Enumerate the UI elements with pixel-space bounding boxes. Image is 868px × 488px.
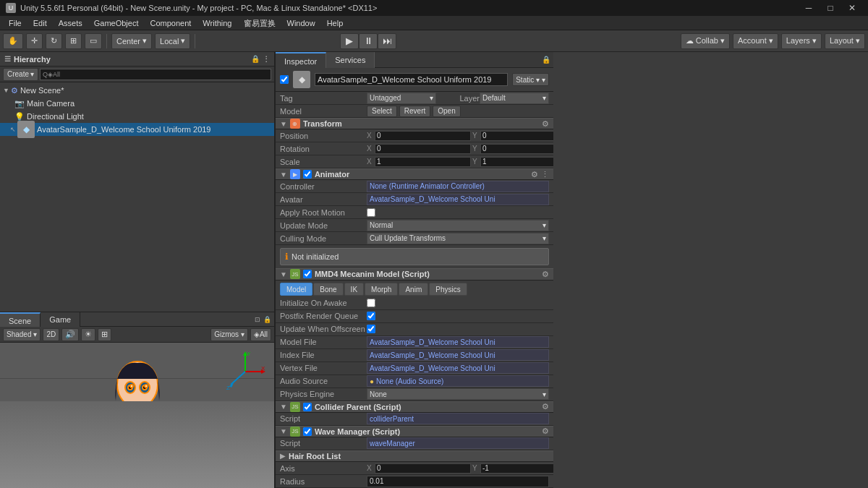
hair-component-header[interactable]: ▶ Hair Root List (276, 450, 553, 462)
apply-root-motion-checkbox[interactable] (367, 208, 375, 217)
animator-active-checkbox[interactable] (303, 170, 312, 179)
index-file-value[interactable]: AvatarSample_D_Welcome School Uni (367, 349, 549, 361)
hierarchy-search[interactable]: Q◈All (40, 69, 271, 80)
mmd4-component-header[interactable]: ▼ JS MMD4 Mecanim Model (Script) ⚙ (276, 268, 553, 280)
collider-active-checkbox[interactable] (303, 403, 312, 411)
mmd-tab-physics[interactable]: Physics (429, 283, 467, 296)
menu-window[interactable]: Window (281, 16, 321, 30)
gizmos-dropdown[interactable]: Gizmos ▾ (210, 328, 248, 341)
mmd-tab-bone[interactable]: Bone (313, 283, 343, 296)
hierarchy-item-avatar[interactable]: ↖ ◆ AvatarSample_D_Welcome School Unifor… (0, 123, 274, 136)
collab-dropdown[interactable]: ☁ Collab ▾ (681, 33, 730, 49)
play-button[interactable]: ▶ (340, 33, 359, 49)
mmd-tab-anim[interactable]: Anim (399, 283, 428, 296)
wave-active-checkbox[interactable] (303, 427, 312, 436)
scale-tool-button[interactable]: ⊞ (65, 33, 82, 49)
object-name-input[interactable] (315, 73, 508, 86)
select-button[interactable]: Select (367, 106, 397, 117)
inspector-tab-inspector[interactable]: Inspector (276, 52, 326, 68)
menu-edit[interactable]: Edit (27, 16, 53, 30)
create-button[interactable]: Create ▾ (3, 68, 38, 81)
model-file-value[interactable]: AvatarSample_D_Welcome School Uni (367, 336, 549, 348)
hierarchy-item-newscene[interactable]: ▼ ⚙ New Scene* (0, 84, 274, 97)
scene-view-options[interactable]: ⊞ (98, 328, 111, 341)
hierarchy-item-light[interactable]: 💡 Directional Light (0, 110, 274, 123)
update-mode-dropdown[interactable]: Normal▾ (367, 220, 549, 231)
hand-tool-button[interactable]: ✋ (3, 33, 23, 49)
pause-button[interactable]: ⏸ (359, 33, 378, 49)
step-button[interactable]: ⏭ (378, 33, 396, 49)
collider-script-value[interactable]: colliderParent (367, 413, 549, 424)
hierarchy-menu-icon[interactable]: ⋮ (263, 55, 270, 63)
collider-gear-icon[interactable]: ⚙ (542, 402, 549, 411)
collider-component-header[interactable]: ▼ JS Collider Parent (Script) ⚙ (276, 401, 553, 413)
wave-gear-icon[interactable]: ⚙ (542, 427, 549, 436)
audio-button[interactable]: 🔊 (61, 328, 79, 341)
rotate-tool-button[interactable]: ↻ (46, 33, 62, 49)
culling-mode-dropdown[interactable]: Cull Update Transforms▾ (367, 233, 549, 244)
rotation-x-input[interactable] (375, 144, 471, 154)
mmd-tab-model[interactable]: Model (280, 283, 312, 296)
vertex-file-value[interactable]: AvatarSample_D_Welcome School Uni (367, 362, 549, 374)
axis-x-input[interactable]: 0 (375, 463, 471, 474)
local-dropdown[interactable]: Local ▾ (155, 33, 190, 49)
animator-component-header[interactable]: ▼ ▶ Animator ⚙ ⋮ (276, 168, 553, 180)
wave-component-header[interactable]: ▼ JS Wave Manager (Script) ⚙ (276, 426, 553, 437)
tag-dropdown[interactable]: Untagged▾ (367, 93, 436, 104)
object-active-checkbox[interactable] (280, 75, 289, 84)
scene-tab[interactable]: Scene (0, 312, 41, 327)
layer-dropdown[interactable]: Default▾ (480, 93, 549, 104)
move-tool-button[interactable]: ✛ (26, 33, 43, 49)
mmd-tab-ik[interactable]: IK (344, 283, 364, 296)
init-on-awake-checkbox[interactable] (367, 299, 375, 307)
scale-x-input[interactable] (375, 157, 471, 167)
menu-chinese[interactable]: 窗易置换 (238, 16, 281, 30)
2d-toggle[interactable]: 2D (43, 328, 59, 341)
layout-dropdown[interactable]: Layout ▾ (825, 33, 865, 49)
wave-script-value[interactable]: waveManager (367, 437, 549, 449)
game-tab[interactable]: Game (41, 312, 80, 327)
avatar-value[interactable]: AvatarSample_D_Welcome School Uni (367, 194, 549, 205)
revert-button[interactable]: Revert (399, 106, 430, 117)
fx-button[interactable]: ☀ (81, 328, 95, 341)
update-offscreen-checkbox[interactable] (367, 325, 375, 333)
physics-engine-dropdown[interactable]: None▾ (367, 388, 549, 400)
center-dropdown[interactable]: Center ▾ (111, 33, 152, 49)
open-button[interactable]: Open (433, 106, 460, 117)
scale-y-input[interactable] (480, 157, 553, 167)
close-button[interactable]: ✕ (842, 0, 862, 16)
audio-source-value[interactable]: ● None (Audio Source) (367, 375, 549, 387)
postfix-render-checkbox[interactable] (367, 312, 375, 320)
mmd-tab-morph[interactable]: Morph (365, 283, 398, 296)
menu-writhing[interactable]: Writhing (197, 16, 237, 30)
animator-more-icon[interactable]: ⋮ (541, 170, 549, 179)
axis-y-input[interactable] (480, 463, 553, 474)
inspector-lock-icon[interactable]: 🔒 (539, 56, 553, 64)
transform-component-header[interactable]: ▼ ⊕ Transform ⚙ (276, 118, 553, 129)
inspector-tab-services[interactable]: Services (326, 52, 375, 68)
hierarchy-item-camera[interactable]: 📷 Main Camera (0, 97, 274, 110)
all-dropdown[interactable]: ◈All (250, 328, 271, 341)
position-y-input[interactable] (480, 131, 553, 141)
transform-gear-icon[interactable]: ⚙ (542, 119, 549, 129)
menu-assets[interactable]: Assets (53, 16, 88, 30)
menu-gameobject[interactable]: GameObject (88, 16, 145, 30)
animator-gear-icon[interactable]: ⚙ (531, 170, 538, 179)
static-dropdown[interactable]: Static ▾ ▾ (512, 73, 549, 86)
position-x-input[interactable] (375, 131, 471, 141)
mmd4-active-checkbox[interactable] (303, 270, 312, 278)
menu-component[interactable]: Component (144, 16, 197, 30)
rect-tool-button[interactable]: ▭ (85, 33, 102, 49)
mmd4-gear-icon[interactable]: ⚙ (542, 270, 549, 279)
maximize-button[interactable]: □ (820, 0, 841, 16)
account-dropdown[interactable]: Account ▾ (733, 33, 778, 49)
rotation-y-input[interactable] (480, 144, 553, 154)
minimize-button[interactable]: ─ (799, 0, 819, 16)
menu-help[interactable]: Help (321, 16, 349, 30)
radius-input[interactable] (367, 476, 549, 487)
menu-file[interactable]: File (3, 16, 27, 30)
hierarchy-lock-icon[interactable]: 🔒 (251, 55, 260, 63)
controller-value[interactable]: None (Runtime Animator Controller) (367, 181, 549, 192)
layers-dropdown[interactable]: Layers ▾ (781, 33, 822, 49)
shading-dropdown[interactable]: Shaded▾ (3, 328, 41, 341)
